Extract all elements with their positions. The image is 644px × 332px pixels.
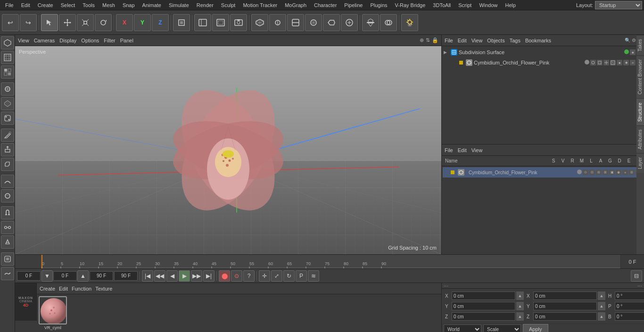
menu-window[interactable]: Window [476,1,501,9]
obj-mgr-search-icon[interactable]: 🔍 [625,38,630,43]
draw-tool[interactable] [269,14,286,31]
playback-range-end[interactable] [114,271,138,281]
viewport-filter-menu[interactable]: Filter [104,38,115,43]
playback-current-input[interactable] [53,271,77,281]
iron-btn[interactable] [1,189,14,202]
auto-key-btn[interactable]: ⊙ [231,270,242,282]
redo-button[interactable]: ↪ [20,14,37,31]
orchid-row[interactable]: Cymbidium_Orchid_Flower_Pink [443,57,643,68]
y-axis-button[interactable]: Y [134,14,151,31]
scale-dropdown[interactable]: Scale [483,324,521,332]
menu-plugins[interactable]: Plugins [367,1,390,9]
mat-create[interactable]: Create [40,286,55,292]
frame-active-button[interactable] [194,14,211,31]
menu-3dtoall[interactable]: 3DToAll [429,1,454,9]
grid-mode-btn[interactable] [1,65,14,79]
param-key-btn[interactable]: P [296,270,307,282]
obj-mgr-objects[interactable]: Objects [487,38,504,43]
rotate-tool[interactable] [95,14,112,31]
timeline-view-btn[interactable]: ⊟ [631,270,642,282]
bridge-btn[interactable] [1,175,14,188]
menu-sculpt[interactable]: Sculpt [218,1,239,9]
viewport-cameras-menu[interactable]: Cameras [34,38,55,43]
knife-btn[interactable] [1,129,14,142]
z-axis-button[interactable]: Z [152,14,169,31]
select-tool[interactable] [41,14,58,31]
step-up-btn[interactable]: ▲ [77,270,89,282]
coord-z-pos-arrow[interactable]: ▲ [516,312,524,321]
move-tool[interactable] [59,14,76,31]
subdivision-surface-row[interactable]: ▶ Subdivision Surface ■ ✓ [443,47,643,57]
record-btn[interactable]: ⬤ [219,270,230,282]
menu-simulate[interactable]: Simulate [165,1,192,9]
pos-key-btn[interactable]: ? [243,270,255,282]
obj-mgr-file[interactable]: File [445,38,453,43]
coord-y-pos-input[interactable] [452,302,515,310]
point-key-btn[interactable]: ≋ [308,270,319,282]
coord-x-size-arrow[interactable]: ▲ [598,292,605,300]
viewport-options-menu[interactable]: Options [81,38,99,43]
menu-motion-tracker[interactable]: Motion Tracker [239,1,281,9]
coord-x-pos-input[interactable] [452,292,515,300]
menu-tools[interactable]: Tools [79,1,98,9]
obj-mgr-bookmarks[interactable]: Bookmarks [525,38,551,43]
obj-mgr-settings-icon[interactable]: ⚙ [632,38,636,43]
attr-view[interactable]: View [471,147,483,153]
menu-file[interactable]: File [2,1,17,9]
smooth-btn[interactable] [1,267,14,280]
move-key-btn[interactable]: ✛ [259,270,270,282]
coord-b-input[interactable] [615,312,644,321]
menu-animate[interactable]: Animate [139,1,165,9]
spline-mode-btn[interactable] [1,112,14,125]
array-tool[interactable] [362,14,379,31]
viewport-view-menu[interactable]: View [18,38,29,43]
coord-z-size-arrow[interactable]: ▲ [598,312,605,321]
coord-z-pos-input[interactable] [452,312,515,321]
step-back-btn[interactable]: ◀ [166,270,178,282]
perspective-button[interactable] [251,14,268,31]
vtab-structure[interactable]: Structure [636,98,644,126]
coord-x-pos-arrow[interactable]: ▲ [516,292,524,300]
menu-help[interactable]: Help [502,1,520,9]
vtab-attributes[interactable]: Attributes [636,125,644,153]
material-thumbnail[interactable] [39,296,67,324]
viewport-display-menu[interactable]: Display [59,38,76,43]
material-item-1[interactable]: VR_cyml [39,296,67,330]
timeline-current-frame[interactable]: 0 F [620,255,644,268]
menu-mesh[interactable]: Mesh [99,1,118,9]
menu-snap[interactable]: Snap [119,1,138,9]
go-start-btn[interactable]: |◀ [142,270,153,282]
menu-edit[interactable]: Edit [18,1,33,9]
obj-mgr-tags[interactable]: Tags [510,38,520,43]
scale-tool[interactable] [77,14,94,31]
rectangle-selection[interactable] [323,14,340,31]
mat-texture[interactable]: Texture [95,286,112,292]
texture-mode-btn[interactable] [1,51,14,64]
attr-orchid-row[interactable]: Cymbidium_Orchid_Flower_Pink ⊙ ⊟ ⊞ ⊠ ▣ ◉… [443,167,643,178]
menu-script[interactable]: Script [455,1,475,9]
model-mode-btn[interactable] [1,36,14,49]
scale-key-btn[interactable]: ⤢ [271,270,282,282]
loop-selection[interactable] [287,14,304,31]
menu-character[interactable]: Character [311,1,340,9]
apply-button[interactable]: Apply [523,324,548,332]
obj-mgr-view[interactable]: View [471,38,483,43]
menu-render[interactable]: Render [193,1,217,9]
world-dropdown[interactable]: World [444,324,481,332]
mat-function[interactable]: Function [72,286,91,292]
vtab-content-browser[interactable]: Content Browser [636,55,644,98]
coord-h-input[interactable] [615,292,644,300]
menu-pipeline[interactable]: Pipeline [341,1,366,9]
play-btn[interactable]: ▶ [179,270,190,282]
step-down-btn[interactable]: ▼ [41,270,53,282]
sculpt-btn[interactable] [1,252,14,266]
viewport-maximize-icon[interactable]: ⊕ [420,37,424,43]
vtab-takes[interactable]: Takes [636,35,644,55]
paint-btn[interactable] [1,235,14,249]
coord-y-pos-arrow[interactable]: ▲ [516,302,524,310]
boole-tool[interactable] [380,14,397,31]
undo-button[interactable]: ↩ [2,14,19,31]
menu-vray[interactable]: V-Ray Bridge [392,1,429,9]
edge-mode-btn[interactable] [1,82,14,96]
polygon-pen[interactable] [341,14,358,31]
